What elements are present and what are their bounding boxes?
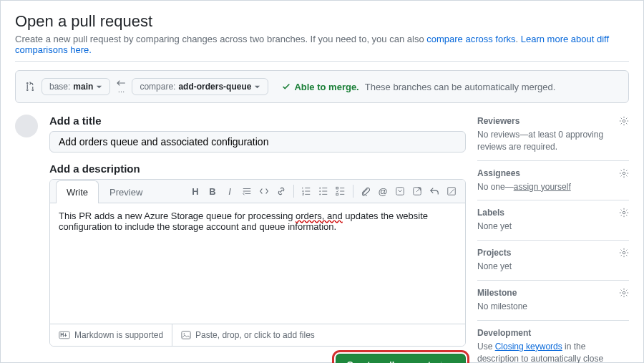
list-unordered-icon[interactable] [316, 183, 331, 199]
svg-rect-9 [182, 331, 190, 339]
reply-icon[interactable] [426, 183, 442, 199]
heading-icon[interactable]: H [187, 183, 203, 199]
gear-icon[interactable] [619, 248, 629, 258]
editor-tabs: Write Preview H B I [50, 180, 465, 203]
svg-rect-4 [336, 193, 338, 195]
image-icon [181, 330, 191, 340]
development-heading: Development [477, 328, 531, 338]
assign-yourself-link[interactable]: assign yourself [514, 182, 571, 192]
attach-icon[interactable] [358, 183, 374, 199]
projects-heading: Projects [477, 248, 511, 258]
attach-files-area[interactable]: Paste, drop, or click to add files [172, 324, 465, 346]
mention-icon[interactable]: @ [375, 183, 391, 199]
link-icon[interactable] [273, 183, 289, 199]
page-subtitle: Create a new pull request by comparing c… [15, 34, 629, 62]
code-icon[interactable] [256, 183, 272, 199]
svg-point-12 [623, 172, 625, 175]
bold-icon[interactable]: B [205, 183, 220, 199]
pr-title-input[interactable] [49, 131, 466, 153]
svg-point-1 [319, 190, 321, 192]
check-icon [281, 82, 291, 92]
saved-reply-icon[interactable] [392, 183, 408, 199]
italic-icon[interactable]: I [222, 183, 238, 199]
markdown-icon [59, 331, 70, 339]
compare-forks-link[interactable]: compare across forks [426, 34, 515, 44]
closing-keywords-link[interactable]: Closing keywords [495, 342, 562, 352]
diff-icon[interactable] [444, 183, 459, 199]
svg-point-2 [319, 194, 321, 195]
tab-preview[interactable]: Preview [99, 180, 153, 203]
caret-down-icon [96, 84, 102, 90]
merge-status-desc: These branches can be automatically merg… [365, 82, 556, 92]
labels-body: None yet [477, 221, 629, 233]
svg-point-14 [623, 251, 625, 254]
avatar [15, 115, 38, 137]
base-branch-selector[interactable]: base: main [42, 78, 110, 95]
svg-rect-5 [396, 188, 404, 195]
development-body: Use Closing keywords in the description … [477, 341, 629, 363]
svg-point-11 [623, 120, 625, 122]
milestone-body: No milestone [477, 301, 629, 313]
svg-point-10 [184, 333, 185, 334]
labels-heading: Labels [477, 208, 504, 218]
subtitle-text: Create a new pull request by comparing c… [15, 34, 426, 44]
description-label: Add a description [49, 163, 466, 175]
gear-icon[interactable] [619, 208, 629, 218]
create-pull-request-button[interactable]: Create pull request [336, 354, 466, 363]
description-editor: Write Preview H B I [49, 179, 466, 347]
arrow-left-icon: … [116, 79, 126, 94]
list-ordered-icon[interactable] [298, 183, 314, 199]
gear-icon[interactable] [619, 116, 629, 126]
svg-point-0 [319, 188, 321, 189]
projects-body: None yet [477, 261, 629, 273]
tab-write[interactable]: Write [56, 180, 99, 203]
svg-point-13 [623, 212, 625, 215]
tasklist-icon[interactable] [333, 183, 348, 199]
compare-branch-selector[interactable]: compare: add-orders-queue [132, 78, 268, 95]
svg-rect-7 [448, 188, 456, 195]
editor-toolbar: H B I @ [187, 180, 459, 202]
svg-point-15 [623, 291, 625, 294]
reviewers-body: No reviews—at least 0 approving reviews … [477, 129, 629, 153]
gear-icon[interactable] [619, 168, 629, 178]
merge-status: Able to merge. [281, 82, 358, 92]
quote-icon[interactable] [239, 183, 255, 199]
reviewers-heading: Reviewers [477, 116, 519, 126]
page-title: Open a pull request [15, 12, 629, 31]
cross-reference-icon[interactable] [409, 183, 425, 199]
caret-down-icon [254, 84, 260, 90]
pr-description-textarea[interactable]: This PR adds a new Azure Storage queue f… [50, 203, 465, 324]
milestone-heading: Milestone [477, 288, 517, 298]
markdown-supported-link[interactable]: Markdown is supported [50, 324, 172, 346]
gear-icon[interactable] [619, 288, 629, 298]
assignees-heading: Assignees [477, 168, 520, 178]
assignees-body: No one—assign yourself [477, 181, 629, 193]
svg-rect-3 [336, 187, 338, 189]
compare-bar: base: main … compare: add-orders-queue A… [15, 70, 629, 103]
title-label: Add a title [49, 115, 466, 127]
compare-icon [24, 81, 36, 92]
